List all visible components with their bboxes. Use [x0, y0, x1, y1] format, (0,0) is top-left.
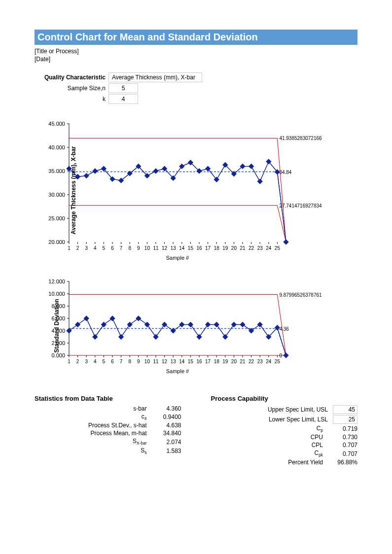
svg-rect-186	[257, 322, 263, 327]
svg-text:22: 22	[249, 359, 254, 364]
svg-text:25: 25	[275, 245, 281, 251]
sbar-label: s-bar	[35, 405, 152, 412]
svg-text:9: 9	[137, 245, 140, 251]
svg-text:45.000: 45.000	[48, 121, 65, 127]
k-value[interactable]: 4	[108, 94, 138, 104]
svg-text:14: 14	[179, 359, 185, 364]
sbar-value: 4.360	[152, 405, 181, 412]
svg-text:20: 20	[231, 359, 237, 364]
cpu-label: CPU	[211, 434, 328, 441]
ss-value: 1.583	[152, 448, 181, 454]
cpk-label: Cpk	[211, 450, 328, 457]
usl-label: Upper Spec Limit, USL	[211, 406, 333, 413]
percent-yield-value: 96.88%	[328, 459, 357, 466]
svg-text:15: 15	[188, 245, 194, 251]
svg-text:6: 6	[111, 359, 114, 364]
svg-text:1: 1	[68, 359, 71, 364]
svg-text:7: 7	[120, 359, 123, 364]
svg-text:24: 24	[266, 245, 272, 251]
stats-from-data-table: Statistics from Data Table s-bar4.360 c4…	[35, 395, 181, 467]
svg-text:18: 18	[214, 359, 220, 364]
svg-text:3: 3	[85, 359, 88, 364]
svg-text:1: 1	[68, 245, 71, 251]
svg-text:18: 18	[214, 245, 220, 251]
svg-rect-181	[214, 322, 219, 327]
svg-text:9: 9	[137, 359, 140, 364]
svg-text:13: 13	[171, 245, 177, 251]
svg-text:17: 17	[205, 359, 211, 364]
svg-text:22: 22	[249, 245, 254, 251]
svg-text:0.000: 0.000	[51, 352, 65, 358]
svg-rect-170	[118, 334, 124, 340]
svg-text:17: 17	[205, 245, 211, 251]
svg-text:24: 24	[266, 359, 272, 364]
svg-rect-176	[171, 328, 176, 333]
svg-text:6: 6	[111, 245, 114, 251]
svg-text:11: 11	[153, 359, 159, 364]
stddev-chart-svg: 0.0002.0004.0006.0008.00010.00012.000123…	[35, 277, 350, 375]
svg-text:20.000: 20.000	[48, 239, 65, 245]
title-placeholder: [Title or Process]	[35, 48, 357, 55]
svg-text:11: 11	[153, 245, 159, 251]
svg-text:21: 21	[240, 245, 246, 251]
sample-size-value[interactable]: 5	[108, 83, 138, 93]
svg-text:5: 5	[103, 359, 106, 364]
svg-text:2: 2	[76, 245, 79, 251]
shat-label: Process St.Dev., s-hat	[35, 422, 152, 429]
svg-rect-184	[240, 322, 245, 327]
svg-rect-78	[153, 168, 158, 173]
svg-text:8: 8	[128, 245, 131, 251]
xbar-chart: Average Thickness (mm), X-bar 20.00025.0…	[35, 119, 357, 262]
svg-rect-171	[127, 322, 133, 327]
mhat-label: Process Mean, m-hat	[35, 430, 152, 437]
svg-text:25.000: 25.000	[48, 215, 65, 221]
svg-text:30.000: 30.000	[48, 192, 65, 198]
shat-value: 4.638	[152, 422, 181, 429]
percent-yield-label: Percent Yield	[211, 459, 328, 466]
svg-text:10.000: 10.000	[48, 291, 65, 297]
svg-rect-89	[249, 164, 254, 169]
svg-rect-189	[283, 352, 288, 358]
svg-text:34.84: 34.84	[279, 170, 291, 175]
quality-characteristic-label: Quality Characteristic	[35, 74, 108, 81]
lsl-value[interactable]: 25	[333, 415, 357, 424]
xbar-chart-svg: 20.00025.00030.00035.00040.00045.0001234…	[35, 119, 350, 262]
svg-rect-172	[136, 315, 141, 321]
svg-rect-180	[205, 322, 211, 327]
process-capability: Process Capability Upper Spec Limit, USL…	[211, 395, 358, 467]
svg-text:10: 10	[144, 359, 150, 364]
cpl-value: 0.707	[328, 442, 357, 449]
quality-characteristic-value[interactable]: Average Thickness (mm), X-bar	[108, 72, 202, 82]
cp-value: 0.719	[328, 425, 357, 432]
svg-rect-166	[84, 315, 89, 321]
xbar-y-axis-label: Average Thickness (mm), X-bar	[70, 146, 77, 235]
statistics-section: Statistics from Data Table s-bar4.360 c4…	[35, 395, 357, 467]
svg-text:9.87996526378761: 9.87996526378761	[279, 292, 322, 298]
k-label: k	[35, 96, 108, 103]
svg-text:4: 4	[94, 359, 97, 364]
svg-text:27.7414716927834: 27.7414716927834	[279, 203, 322, 208]
svg-rect-169	[109, 315, 115, 321]
sxbar-value: 2.074	[152, 439, 181, 446]
svg-rect-81	[179, 164, 184, 169]
svg-text:13: 13	[171, 359, 177, 364]
stddev-chart: Standard Deviation 0.0002.0004.0006.0008…	[35, 277, 357, 375]
svg-rect-165	[75, 322, 80, 327]
svg-rect-183	[231, 322, 237, 327]
svg-text:0: 0	[279, 353, 282, 358]
svg-text:10: 10	[144, 245, 150, 251]
svg-text:20: 20	[231, 245, 237, 251]
svg-rect-70	[84, 173, 89, 178]
usl-value[interactable]: 45	[333, 405, 357, 414]
parameter-table: Quality Characteristic Average Thickness…	[35, 72, 357, 104]
capability-header: Process Capability	[211, 395, 358, 402]
sample-size-label: Sample Size,n	[35, 85, 108, 92]
stats-header: Statistics from Data Table	[35, 395, 181, 402]
svg-rect-175	[162, 322, 167, 327]
svg-text:4.36: 4.36	[279, 326, 289, 332]
svg-text:21: 21	[240, 359, 246, 364]
svg-text:35.000: 35.000	[48, 168, 65, 174]
svg-rect-90	[257, 178, 263, 184]
svg-text:19: 19	[222, 359, 228, 364]
svg-text:3: 3	[85, 245, 88, 251]
